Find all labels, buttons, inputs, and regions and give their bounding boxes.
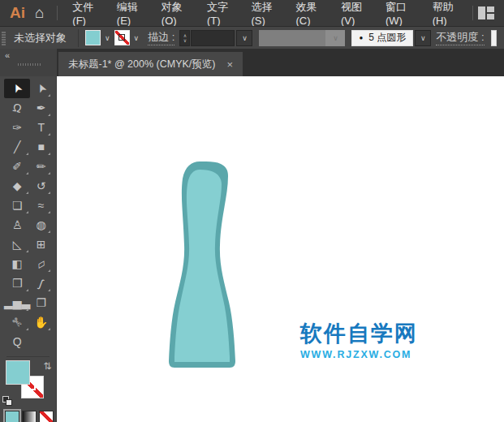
menu-item-select[interactable]: 选择(S) <box>241 0 286 26</box>
width-tool[interactable]: ≈ <box>30 196 52 215</box>
opacity-input[interactable] <box>491 30 497 46</box>
rectangle-icon: ■ <box>37 141 44 153</box>
brush-preset-field[interactable]: ● 5 点圆形 <box>351 30 413 46</box>
stroke-inner-square-icon <box>118 34 125 41</box>
lasso-icon: Ω <box>11 101 23 114</box>
stroke-weight-stepper[interactable]: ∧ ∨ <box>179 30 190 46</box>
home-icon[interactable]: ⌂ <box>33 5 52 22</box>
watermark-url: WWW.RJZXW.COM <box>300 349 418 360</box>
color-mode-button[interactable] <box>5 411 19 422</box>
mesh-icon: ⊞ <box>37 239 46 250</box>
line-segment-tool[interactable]: ╱ <box>4 137 30 157</box>
menu-item-edit[interactable]: 编辑(E) <box>107 0 152 26</box>
direct-select-arrow-icon: ➤ <box>34 82 49 96</box>
toolbar-grip-icon[interactable] <box>18 63 42 66</box>
measure-tool[interactable]: ▱ <box>30 254 52 273</box>
watermark-title: 软件自学网 <box>300 322 418 347</box>
collapse-toolbar-icon[interactable]: « <box>5 50 9 60</box>
symbols-icon: ❒ <box>12 278 23 289</box>
paintbrush-tool[interactable]: ✐ <box>4 157 30 176</box>
symbol-sprayer-tool[interactable]: ❒ <box>4 273 30 293</box>
stroke-weight-input[interactable] <box>191 30 235 46</box>
rectangle-tool[interactable]: ■ <box>30 137 52 157</box>
canvas[interactable]: 软件自学网 WWW.RJZXW.COM <box>57 76 504 422</box>
chevron-down-icon: ∨ <box>420 34 426 42</box>
shape-builder-tool[interactable]: ◍ <box>30 215 52 235</box>
zoom-tool[interactable]: Q <box>4 332 30 351</box>
width-profile-dropdown: ∨ <box>259 30 345 46</box>
brush-preset-label: 5 点圆形 <box>368 31 406 45</box>
column-graph-tool[interactable]: ▂▅▃ <box>4 293 30 312</box>
fill-color-swatch[interactable] <box>85 30 101 45</box>
menu-items: 文件(F)编辑(E)对象(O)文字(T)选择(S)效果(C)视图(V)窗口(W)… <box>62 0 467 26</box>
gradient-icon: ◧ <box>12 258 23 269</box>
selection-tool[interactable]: ➤ <box>4 79 30 98</box>
menu-item-type[interactable]: 文字(T) <box>197 0 242 26</box>
watermark: 软件自学网 WWW.RJZXW.COM <box>300 322 418 360</box>
menu-item-view[interactable]: 视图(V) <box>331 0 376 26</box>
app-logo-icon[interactable]: Ai <box>0 4 33 22</box>
none-mode-button[interactable] <box>39 411 54 422</box>
menu-item-object[interactable]: 对象(O) <box>152 0 197 26</box>
scale-tool[interactable]: ❏ <box>4 196 30 215</box>
curvature-pen-icon: ✑ <box>12 122 22 133</box>
eyedropper-tool[interactable]: ʃ <box>30 273 52 293</box>
scale-icon: ❏ <box>12 200 23 211</box>
toolbar-header: « <box>0 49 57 76</box>
document-tab[interactable]: 未标题-1* @ 200% (CMYK/预览) × <box>58 52 243 76</box>
pen-tool[interactable]: ✒ <box>30 98 52 118</box>
swap-fill-stroke-icon[interactable]: ⇄ <box>42 362 54 370</box>
stroke-weight-label[interactable]: 描边 : <box>148 30 174 45</box>
line-icon: ╱ <box>14 141 20 153</box>
fill-swatch[interactable] <box>6 360 30 385</box>
menu-item-window[interactable]: 窗口(W) <box>376 0 423 26</box>
width-icon: ≈ <box>38 200 45 211</box>
chevron-down-icon: ∨ <box>333 34 338 42</box>
fill-dropdown-chevron-icon[interactable]: ∨ <box>101 34 114 42</box>
rotate-icon: ↺ <box>37 180 46 192</box>
tab-strip: « 未标题-1* @ 200% (CMYK/预览) × <box>0 49 504 76</box>
menu-separator <box>472 6 473 20</box>
menu-item-file[interactable]: 文件(F) <box>62 0 107 26</box>
column-graph-icon: ▂▅▃ <box>4 297 30 308</box>
artboard-tool[interactable]: ❐ <box>30 293 52 312</box>
eraser-icon: ◆ <box>13 180 22 192</box>
curvature-tool[interactable]: ✑ <box>4 118 30 137</box>
menu-item-help[interactable]: 帮助(H) <box>423 0 468 26</box>
menu-separator <box>57 6 58 20</box>
pencil-icon: ✏ <box>37 161 46 172</box>
chevron-down-icon: ∨ <box>242 34 248 42</box>
direct-selection-tool[interactable]: ➤ <box>30 79 52 98</box>
hand-tool[interactable]: ✋ <box>30 312 52 332</box>
default-fill-stroke-icon[interactable] <box>2 396 12 406</box>
stepper-down-icon[interactable]: ∨ <box>183 38 187 43</box>
type-tool[interactable]: T <box>30 118 52 137</box>
lasso-tool[interactable]: Ω <box>4 98 30 118</box>
gradient-mode-button[interactable] <box>22 411 37 422</box>
puppet-warp-tool[interactable]: ♙ <box>4 215 30 235</box>
rotate-tool[interactable]: ↺ <box>30 176 52 196</box>
illustrator-window: { "app": { "logo_text": "Ai", "home_icon… <box>0 0 504 422</box>
opacity-label[interactable]: 不透明度 : <box>436 30 484 45</box>
selection-status: 未选择对象 <box>6 31 78 45</box>
eyedropper-icon: ʃ <box>38 278 45 289</box>
gradient-tool[interactable]: ◧ <box>4 254 30 273</box>
color-mode-buttons <box>0 407 56 422</box>
slice-tool[interactable]: ✄ <box>4 312 30 332</box>
eraser-tool[interactable]: ◆ <box>4 176 30 196</box>
pencil-tool[interactable]: ✏ <box>30 157 52 176</box>
brush-preset-dropdown[interactable]: ∨ <box>415 30 431 46</box>
vase-shape[interactable] <box>162 160 243 372</box>
mesh-tool[interactable]: ⊞ <box>30 235 52 254</box>
workspace-switcher-icon[interactable] <box>478 6 494 19</box>
stroke-color-swatch[interactable] <box>114 30 130 45</box>
ruler-icon: ▱ <box>34 256 47 271</box>
fill-stroke-indicator: ⇄ <box>0 360 56 407</box>
artboard-icon: ❐ <box>36 297 46 308</box>
stroke-weight-dropdown[interactable]: ∨ <box>236 30 252 46</box>
stroke-dropdown-chevron-icon[interactable]: ∨ <box>130 34 144 42</box>
close-tab-icon[interactable]: × <box>226 59 233 70</box>
menu-item-effect[interactable]: 效果(C) <box>286 0 331 26</box>
toolbar: ➤➤Ω✒✑T╱■✐✏◆↺❏≈♙◍◺⊞◧▱❒ʃ▂▅▃❐✄✋Q ⇄ <box>0 76 57 422</box>
perspective-grid-tool[interactable]: ◺ <box>4 235 30 254</box>
